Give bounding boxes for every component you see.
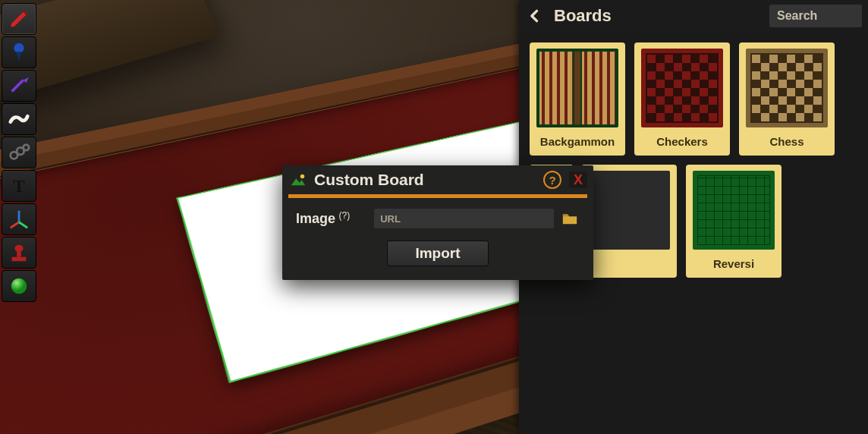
image-row: Image (?) URL bbox=[296, 209, 580, 228]
reversi-thumb bbox=[693, 171, 775, 250]
axis-icon bbox=[8, 208, 30, 231]
dialog-help-button[interactable]: ? bbox=[543, 171, 561, 189]
svg-point-12 bbox=[11, 278, 27, 294]
pin-tool[interactable] bbox=[2, 36, 36, 68]
library-item-label: Chess bbox=[769, 135, 804, 148]
marble-icon bbox=[8, 275, 30, 297]
image-hint[interactable]: (?) bbox=[338, 210, 350, 221]
backgammon-thumb bbox=[536, 49, 618, 127]
library-item-label: Checkers bbox=[656, 135, 708, 148]
custom-thumb bbox=[588, 171, 670, 250]
dialog-close-button[interactable]: X bbox=[569, 171, 587, 188]
svg-point-13 bbox=[300, 175, 305, 179]
library-title: Boards bbox=[554, 6, 612, 26]
library-item-label: Backgammon bbox=[540, 135, 615, 148]
library-item-custom[interactable] bbox=[581, 165, 677, 278]
chain-icon bbox=[8, 141, 30, 164]
svg-text:T: T bbox=[13, 177, 24, 196]
import-button[interactable]: Import bbox=[387, 241, 489, 266]
dialog-titlebar[interactable]: Custom Board ? X bbox=[282, 165, 593, 194]
text-icon: T bbox=[8, 175, 30, 197]
left-toolbar: T bbox=[0, 0, 38, 305]
chess-thumb bbox=[746, 49, 828, 127]
gesture-icon bbox=[8, 108, 30, 131]
marble-tool[interactable] bbox=[2, 270, 36, 302]
line-tool[interactable] bbox=[2, 70, 36, 102]
svg-point-11 bbox=[14, 245, 23, 252]
chevron-left-icon bbox=[527, 8, 542, 24]
dialog-body: Image (?) URL Import bbox=[282, 209, 593, 280]
image-label: Image bbox=[296, 211, 335, 226]
axis-tool[interactable] bbox=[2, 203, 36, 235]
joint-tool[interactable] bbox=[2, 137, 36, 168]
picture-icon bbox=[290, 171, 307, 188]
search-placeholder: Search bbox=[777, 9, 817, 23]
svg-rect-9 bbox=[12, 257, 27, 262]
library-item-reversi[interactable]: Reversi bbox=[686, 165, 782, 278]
pin-icon bbox=[8, 41, 30, 64]
library-item-label: Reversi bbox=[713, 257, 754, 270]
library-item-checkers[interactable]: Checkers bbox=[634, 42, 730, 156]
svg-line-7 bbox=[11, 222, 19, 228]
library-back-button[interactable] bbox=[522, 3, 548, 29]
browse-file-button[interactable] bbox=[560, 210, 580, 227]
pencil-tool[interactable] bbox=[2, 3, 36, 35]
gesture-tool[interactable] bbox=[2, 103, 36, 135]
svg-line-1 bbox=[12, 80, 24, 92]
svg-point-0 bbox=[14, 43, 24, 53]
stamp-tool[interactable] bbox=[2, 237, 36, 269]
checkers-thumb bbox=[641, 49, 723, 127]
dialog-divider bbox=[288, 194, 587, 198]
library-item-chess[interactable]: Chess bbox=[739, 42, 835, 156]
pencil-icon bbox=[8, 8, 30, 30]
svg-point-4 bbox=[24, 145, 30, 151]
library-header: Boards Search bbox=[519, 0, 868, 32]
folder-icon bbox=[560, 210, 580, 227]
line-icon bbox=[8, 74, 30, 97]
library-search-input[interactable]: Search bbox=[769, 5, 862, 27]
library-item-backgammon[interactable]: Backgammon bbox=[530, 42, 625, 156]
text-tool[interactable]: T bbox=[2, 170, 36, 202]
custom-board-dialog[interactable]: Custom Board ? X Image (?) URL Import bbox=[282, 165, 593, 280]
svg-line-8 bbox=[19, 222, 27, 228]
image-url-input[interactable]: URL bbox=[374, 209, 554, 228]
stamp-icon bbox=[8, 241, 30, 264]
dialog-title: Custom Board bbox=[314, 171, 424, 189]
url-placeholder: URL bbox=[380, 213, 401, 225]
